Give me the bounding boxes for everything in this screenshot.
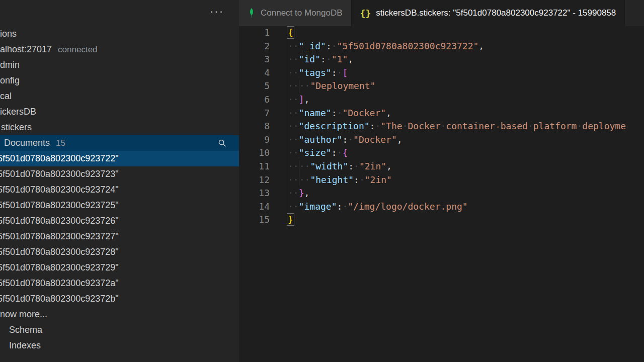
- tree-item-db-config[interactable]: onfig: [0, 73, 239, 88]
- line-number: 3: [239, 53, 270, 66]
- tree-item-label: Indexes: [9, 340, 41, 351]
- document-item[interactable]: 5f501d0780a802300c92372b": [0, 291, 239, 307]
- tree-item-label: now more...: [0, 309, 47, 320]
- code-text: ··"author":·"Docker",: [270, 133, 403, 147]
- tree-item-label: 5f501d0780a802300c92372b": [0, 294, 119, 304]
- code-line[interactable]: 2··"_id":·"5f501d0780a802300c923722",: [239, 40, 644, 53]
- tab-connect[interactable]: Connect to MongoDB: [239, 0, 352, 26]
- tree-item-label: 5f501d0780a802300c923727": [0, 231, 119, 242]
- document-item[interactable]: 5f501d0780a802300c923723": [0, 166, 239, 182]
- line-number: 9: [239, 133, 270, 147]
- tree-item-label: onfig: [0, 75, 20, 86]
- tree-item-label: stickers: [1, 122, 32, 133]
- code-token: ··: [288, 54, 299, 64]
- code-token: :: [326, 41, 332, 51]
- tree-item-db-local[interactable]: cal: [0, 88, 239, 104]
- tree-item-db-stickersdb[interactable]: ickersDB: [0, 104, 239, 120]
- code-token: "tags": [299, 67, 332, 78]
- tab-label: stickersDB.stickers: "5f501d0780a802300c…: [376, 8, 616, 18]
- code-token: "name": [299, 108, 332, 118]
- document-item[interactable]: 5f501d0780a802300c923727": [0, 229, 239, 244]
- tree-item-label: 5f501d0780a802300c92372a": [0, 278, 119, 289]
- code-token: ··: [299, 161, 310, 171]
- tree-item-label: 5f501d0780a802300c923729": [0, 262, 119, 273]
- tree-item-collection-stickers[interactable]: stickers: [0, 120, 239, 135]
- code-text: ··"id":·"1",: [270, 53, 353, 66]
- code-token: "description": [299, 121, 370, 131]
- tree-item-label: 5f501d0780a802300c923723": [0, 169, 119, 179]
- tree-item-db-admin[interactable]: dmin: [0, 57, 239, 73]
- code-line[interactable]: 13··},: [239, 187, 644, 200]
- tree-item-label: Schema: [9, 325, 42, 335]
- code-token: ··: [288, 201, 299, 212]
- code-token: "2in": [365, 174, 392, 185]
- document-item[interactable]: 5f501d0780a802300c923729": [0, 260, 239, 276]
- code-token: "5f501d0780a802300c923722": [337, 41, 479, 51]
- tree-item-badge: connected: [58, 45, 97, 55]
- code-token: :: [332, 67, 337, 78]
- tree-item-schema[interactable]: Schema: [0, 322, 239, 338]
- code-token: :: [320, 54, 326, 64]
- document-item[interactable]: 5f501d0780a802300c92372a": [0, 276, 239, 291]
- code-line[interactable]: 1{: [239, 26, 644, 40]
- code-token: :: [332, 108, 337, 118]
- code-token: ··: [288, 94, 299, 105]
- tree-item-label: cal: [0, 91, 12, 102]
- code-text: ··"_id":·"5f501d0780a802300c923722",: [270, 40, 484, 53]
- code-token: ·: [348, 134, 353, 145]
- editor[interactable]: 1{2··"_id":·"5f501d0780a802300c923722",3…: [239, 26, 644, 362]
- document-item[interactable]: 5f501d0780a802300c923728": [0, 244, 239, 260]
- document-item[interactable]: 5f501d0780a802300c923725": [0, 198, 239, 213]
- code-line[interactable]: 9··"author":·"Docker",: [239, 133, 644, 147]
- code-line[interactable]: 15}: [239, 213, 644, 227]
- tab-bar: Connect to MongoDB{}stickersDB.stickers:…: [239, 0, 644, 26]
- tab-document[interactable]: {}stickersDB.stickers: "5f501d0780a80230…: [352, 0, 625, 26]
- code-text: ··},: [270, 187, 309, 200]
- line-number: 15: [239, 213, 270, 227]
- line-number: 11: [239, 160, 270, 173]
- more-actions-icon[interactable]: ···: [208, 4, 226, 19]
- code-line[interactable]: 8··"description":·"The·Docker·container-…: [239, 120, 644, 133]
- tree-item-connections[interactable]: ions: [0, 26, 239, 42]
- code-text: }: [270, 213, 293, 227]
- code-token: "1": [332, 54, 348, 64]
- editor-group: Connect to MongoDB{}stickersDB.stickers:…: [239, 0, 644, 362]
- tree-item-documents-header[interactable]: Documents15: [0, 135, 239, 151]
- sidebar: ··· ionsalhost:27017connecteddminonfigca…: [0, 0, 239, 362]
- code-line[interactable]: 6··],: [239, 93, 644, 107]
- mongodb-tree: ionsalhost:27017connecteddminonfigcalick…: [0, 26, 239, 362]
- code-token: ··: [288, 188, 299, 198]
- line-number: 12: [239, 173, 270, 187]
- code-token: ,: [304, 94, 310, 105]
- tree-item-show-more[interactable]: now more...: [0, 307, 239, 322]
- code-line[interactable]: 5····"Deployment": [239, 79, 644, 93]
- code-token: ·: [337, 67, 343, 78]
- code-text: ··"tags":·[: [270, 66, 348, 80]
- code-token: ·: [342, 201, 348, 212]
- code-token: ·: [359, 174, 365, 185]
- code-line[interactable]: 11····"width":·"2in",: [239, 160, 644, 173]
- code-line[interactable]: 12····"height":·"2in": [239, 173, 644, 187]
- code-line[interactable]: 7··"name":·"Docker",: [239, 107, 644, 120]
- tree-item-connection-localhost[interactable]: alhost:27017connected: [0, 42, 239, 57]
- tree-item-indexes[interactable]: Indexes: [0, 338, 239, 353]
- tree-item-label: 5f501d0780a802300c923725": [0, 200, 119, 211]
- tree-item-label: ickersDB: [0, 107, 36, 117]
- code-text: ··],: [270, 93, 309, 107]
- document-item[interactable]: 5f501d0780a802300c923726": [0, 213, 239, 229]
- code-token: :: [370, 121, 375, 131]
- code-token: :: [354, 174, 359, 185]
- document-item[interactable]: 5f501d0780a802300c923724": [0, 182, 239, 198]
- tree-item-label: 5f501d0780a802300c923722": [0, 153, 119, 164]
- tree-item-label: dmin: [0, 60, 20, 70]
- search-icon[interactable]: [218, 139, 227, 148]
- json-file-icon: {}: [360, 8, 371, 19]
- code-line[interactable]: 14··"image":·"/img/logo/docker.png": [239, 200, 644, 214]
- code-token: }: [299, 188, 304, 198]
- code-token: [: [342, 67, 348, 78]
- document-item[interactable]: 5f501d0780a802300c923722": [0, 151, 239, 166]
- code-token: ··: [288, 121, 299, 131]
- code-line[interactable]: 10··"size":·{: [239, 146, 644, 160]
- code-line[interactable]: 3··"id":·"1",: [239, 53, 644, 66]
- code-line[interactable]: 4··"tags":·[: [239, 66, 644, 80]
